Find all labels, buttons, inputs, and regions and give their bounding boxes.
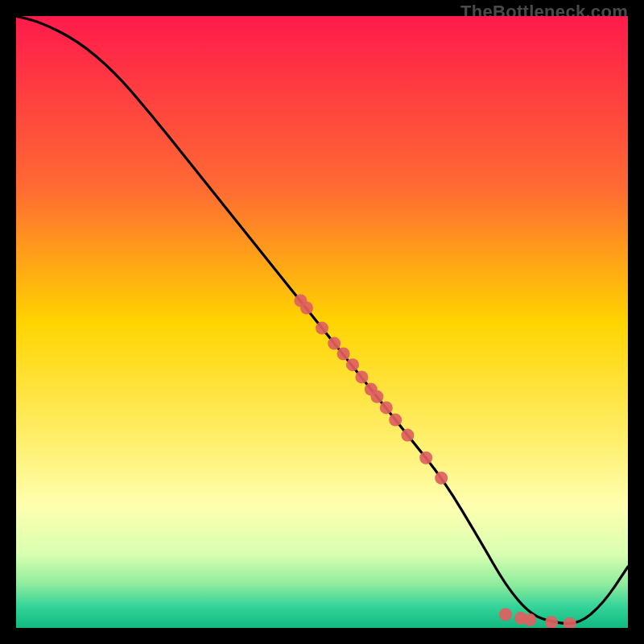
data-point bbox=[316, 322, 328, 335]
chart-svg bbox=[16, 16, 628, 628]
data-point bbox=[499, 608, 512, 621]
plot-area bbox=[16, 16, 628, 628]
data-point bbox=[346, 358, 359, 371]
data-point bbox=[380, 401, 393, 414]
data-point bbox=[419, 452, 432, 464]
data-point bbox=[328, 337, 341, 350]
data-point bbox=[370, 390, 383, 403]
data-point bbox=[355, 370, 368, 383]
data-point bbox=[523, 613, 536, 626]
data-point bbox=[401, 429, 414, 442]
data-point bbox=[389, 414, 402, 427]
data-point bbox=[337, 348, 350, 361]
data-point bbox=[435, 472, 448, 485]
data-point bbox=[300, 302, 313, 315]
chart-frame: TheBottleneck.com bbox=[0, 0, 644, 644]
